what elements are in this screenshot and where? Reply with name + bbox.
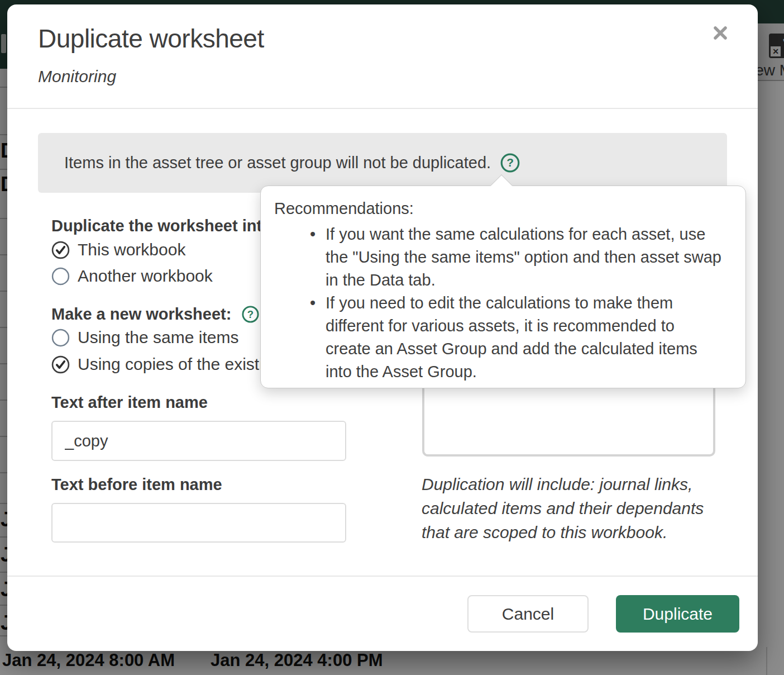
duplicate-button[interactable]: Duplicate bbox=[616, 595, 739, 633]
close-icon[interactable] bbox=[711, 23, 735, 48]
header-divider bbox=[7, 108, 758, 109]
tooltip-bullet-list: If you want the same calculations for ea… bbox=[326, 223, 723, 383]
radio-selected-icon bbox=[51, 241, 70, 259]
new-worksheet-section-label: Make a new worksheet: ? bbox=[51, 305, 260, 324]
prefix-input[interactable] bbox=[51, 503, 346, 543]
cancel-button[interactable]: Cancel bbox=[467, 595, 589, 633]
radio-same-items[interactable]: Using the same items bbox=[51, 328, 238, 347]
worksheet-name: Monitoring bbox=[38, 67, 116, 86]
suffix-input[interactable] bbox=[51, 421, 346, 461]
destination-section-label: Duplicate the worksheet into: bbox=[51, 217, 277, 235]
info-banner: Items in the asset tree or asset group w… bbox=[38, 133, 727, 193]
svg-text:?: ? bbox=[247, 308, 254, 320]
help-icon[interactable]: ? bbox=[500, 153, 520, 173]
section-label-text: Make a new worksheet: bbox=[51, 305, 231, 324]
tooltip-title: Recommendations: bbox=[274, 199, 414, 218]
dialog-title: Duplicate worksheet bbox=[38, 23, 264, 54]
radio-another-workbook[interactable]: Another workbook bbox=[51, 267, 213, 286]
info-banner-text: Items in the asset tree or asset group w… bbox=[64, 154, 491, 172]
radio-label: Another workbook bbox=[78, 267, 213, 286]
tooltip-bullet: If you need to edit the calculations to … bbox=[326, 292, 723, 383]
radio-unselected-icon bbox=[51, 267, 70, 286]
help-icon[interactable]: ? bbox=[241, 305, 260, 324]
footer-divider bbox=[7, 576, 758, 577]
svg-text:?: ? bbox=[506, 156, 514, 169]
radio-label: Using the same items bbox=[78, 328, 238, 347]
radio-this-workbook[interactable]: This workbook bbox=[51, 240, 185, 259]
tooltip-bullet: If you want the same calculations for ea… bbox=[326, 223, 723, 292]
radio-label: This workbook bbox=[78, 240, 185, 259]
prefix-field-label: Text before item name bbox=[51, 476, 222, 494]
radio-unselected-icon bbox=[51, 329, 70, 347]
suffix-field-label: Text after item name bbox=[51, 393, 208, 412]
radio-selected-icon bbox=[51, 355, 70, 374]
recommendations-tooltip: Recommendations: If you want the same ca… bbox=[260, 186, 746, 388]
screen: administration Monitoring ✓ ✕ New Mo D D… bbox=[0, 0, 784, 675]
duplication-note: Duplication will include: journal links,… bbox=[422, 472, 712, 544]
